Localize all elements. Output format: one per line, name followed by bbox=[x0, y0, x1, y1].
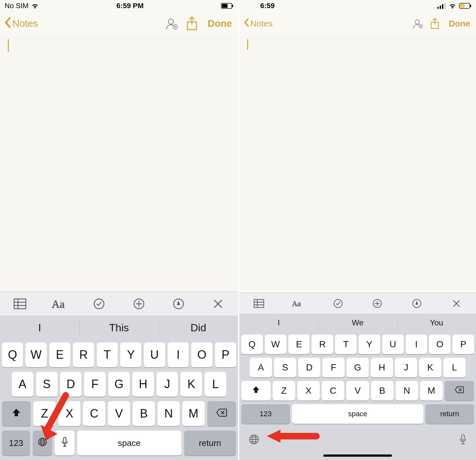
key-r[interactable]: R bbox=[73, 342, 94, 367]
back-button[interactable]: Notes bbox=[4, 17, 38, 30]
key-a[interactable]: A bbox=[250, 358, 272, 377]
done-button[interactable]: Done bbox=[208, 18, 232, 29]
key-q[interactable]: Q bbox=[2, 342, 23, 367]
status-bar: No SIM 6:59 PM bbox=[0, 0, 238, 12]
space-key[interactable]: space bbox=[77, 431, 181, 455]
numbers-key[interactable]: 123 bbox=[241, 404, 290, 424]
key-i[interactable]: I bbox=[406, 335, 427, 354]
suggestion-1[interactable]: I bbox=[239, 314, 318, 332]
space-key[interactable]: space bbox=[292, 404, 423, 424]
key-w[interactable]: W bbox=[265, 335, 286, 354]
key-d[interactable]: D bbox=[60, 372, 82, 397]
key-p[interactable]: P bbox=[452, 335, 474, 354]
checklist-icon[interactable] bbox=[91, 296, 107, 312]
key-u[interactable]: U bbox=[382, 335, 404, 354]
done-button[interactable]: Done bbox=[449, 19, 470, 29]
keyboard-suggestions: I We You bbox=[239, 314, 476, 332]
key-m[interactable]: M bbox=[420, 381, 443, 401]
key-e[interactable]: E bbox=[49, 342, 70, 367]
key-k[interactable]: K bbox=[180, 372, 202, 397]
key-v[interactable]: V bbox=[108, 401, 130, 426]
key-h[interactable]: H bbox=[371, 358, 393, 377]
key-k[interactable]: K bbox=[419, 358, 441, 377]
key-e[interactable]: E bbox=[288, 335, 310, 354]
key-w[interactable]: W bbox=[26, 342, 46, 367]
key-u[interactable]: U bbox=[144, 342, 165, 367]
return-key[interactable]: return bbox=[184, 431, 236, 455]
note-editor[interactable] bbox=[0, 35, 238, 291]
key-z[interactable]: Z bbox=[33, 401, 56, 426]
key-q[interactable]: Q bbox=[241, 335, 263, 354]
key-s[interactable]: S bbox=[274, 358, 296, 377]
key-v[interactable]: V bbox=[346, 381, 369, 401]
key-y[interactable]: Y bbox=[359, 335, 380, 354]
key-g[interactable]: G bbox=[347, 358, 369, 377]
back-button[interactable]: Notes bbox=[243, 18, 273, 29]
add-icon[interactable] bbox=[369, 295, 385, 312]
key-y[interactable]: Y bbox=[120, 342, 141, 367]
return-key[interactable]: return bbox=[425, 404, 474, 424]
key-j[interactable]: J bbox=[395, 358, 417, 377]
note-editor[interactable] bbox=[239, 35, 476, 293]
table-icon[interactable] bbox=[251, 295, 267, 312]
key-h[interactable]: H bbox=[132, 372, 154, 397]
backspace-key[interactable] bbox=[445, 381, 474, 401]
key-o[interactable]: O bbox=[191, 342, 212, 367]
dictation-key[interactable] bbox=[459, 434, 467, 446]
suggestion-1[interactable]: I bbox=[0, 316, 79, 340]
key-r[interactable]: R bbox=[312, 335, 333, 354]
key-m[interactable]: M bbox=[182, 401, 205, 426]
key-s[interactable]: S bbox=[36, 372, 58, 397]
close-icon[interactable] bbox=[448, 295, 465, 312]
share-icon[interactable] bbox=[183, 14, 201, 33]
shift-key[interactable] bbox=[241, 381, 271, 401]
globe-key[interactable] bbox=[248, 434, 260, 446]
key-x[interactable]: X bbox=[297, 381, 320, 401]
share-icon[interactable] bbox=[427, 16, 442, 31]
mic-icon bbox=[61, 437, 68, 450]
key-f[interactable]: F bbox=[84, 372, 106, 397]
home-indicator[interactable] bbox=[323, 454, 392, 457]
key-i[interactable]: I bbox=[168, 342, 189, 367]
key-l[interactable]: L bbox=[443, 358, 466, 377]
globe-key[interactable] bbox=[33, 431, 52, 455]
suggestion-2[interactable]: This bbox=[79, 316, 159, 340]
text-format-icon[interactable]: Aa bbox=[290, 295, 307, 312]
key-t[interactable]: T bbox=[97, 342, 118, 367]
key-n[interactable]: N bbox=[158, 401, 180, 426]
numbers-key[interactable]: 123 bbox=[2, 431, 30, 455]
dictation-key[interactable] bbox=[55, 431, 75, 455]
suggestion-3[interactable]: Did bbox=[159, 316, 238, 340]
suggestion-3[interactable]: You bbox=[397, 314, 476, 332]
key-g[interactable]: G bbox=[108, 372, 130, 397]
key-t[interactable]: T bbox=[335, 335, 357, 354]
checklist-icon[interactable] bbox=[330, 295, 346, 312]
text-format-icon[interactable]: Aa bbox=[51, 296, 68, 312]
key-d[interactable]: D bbox=[298, 358, 320, 377]
key-x[interactable]: X bbox=[58, 401, 80, 426]
phone-left-screenshot: No SIM 6:59 PM Notes Done bbox=[0, 0, 238, 460]
key-n[interactable]: N bbox=[396, 381, 418, 401]
key-b[interactable]: B bbox=[133, 401, 155, 426]
key-f[interactable]: F bbox=[322, 358, 345, 377]
close-icon[interactable] bbox=[210, 296, 226, 312]
markup-icon[interactable] bbox=[409, 295, 425, 312]
shift-key[interactable] bbox=[2, 401, 31, 426]
add-person-icon[interactable] bbox=[162, 14, 181, 33]
key-p[interactable]: P bbox=[215, 342, 236, 367]
suggestion-2[interactable]: We bbox=[318, 314, 397, 332]
add-icon[interactable] bbox=[131, 296, 147, 312]
key-o[interactable]: O bbox=[429, 335, 450, 354]
table-icon[interactable] bbox=[12, 296, 28, 312]
key-l[interactable]: L bbox=[205, 372, 226, 397]
key-c[interactable]: C bbox=[83, 401, 105, 426]
key-b[interactable]: B bbox=[371, 381, 394, 401]
key-c[interactable]: C bbox=[322, 381, 344, 401]
key-a[interactable]: A bbox=[12, 372, 33, 397]
backspace-key[interactable] bbox=[207, 401, 236, 426]
key-j[interactable]: J bbox=[157, 372, 178, 397]
svg-rect-6 bbox=[14, 299, 26, 309]
markup-icon[interactable] bbox=[170, 296, 187, 312]
key-z[interactable]: Z bbox=[273, 381, 295, 401]
add-person-icon[interactable] bbox=[410, 16, 425, 31]
